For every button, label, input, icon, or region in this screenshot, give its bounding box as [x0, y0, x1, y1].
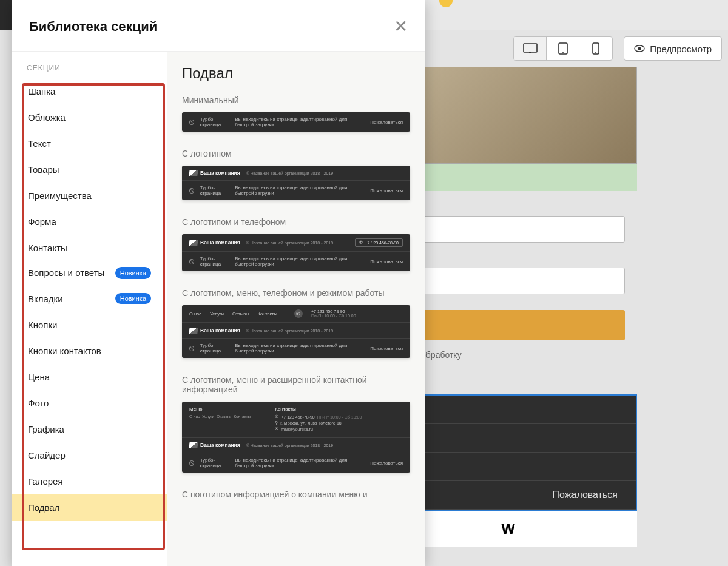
tablet-icon: [558, 42, 568, 55]
ban-icon: [189, 120, 194, 125]
ban-icon: [189, 259, 194, 264]
content-heading: Подвал: [182, 65, 410, 82]
sidebar-item-label: Шапка: [28, 86, 55, 96]
sidebar-item-label: Текст: [28, 138, 51, 149]
mobile-icon: [592, 42, 599, 55]
phone-icon: ✆: [275, 414, 278, 419]
variant-logo-phone[interactable]: Ваша компания © Название вашей организац…: [182, 234, 410, 271]
sidebar-item-15[interactable]: Галерея: [12, 468, 167, 494]
desktop-icon: [523, 43, 538, 54]
sidebar-item-label: Галерея: [28, 476, 63, 487]
variant-logo[interactable]: Ваша компания © Название вашей организац…: [182, 166, 410, 200]
sidebar-item-14[interactable]: Слайдер: [12, 442, 167, 468]
svg-point-3: [562, 52, 564, 53]
pin-icon: ⚲: [275, 420, 278, 425]
sidebar-item-label: Форма: [28, 217, 56, 227]
sidebar-item-label: Подвал: [28, 502, 59, 513]
sidebar-group-label: СЕКЦИИ: [12, 52, 167, 78]
footer-complain-link[interactable]: Пожаловаться: [553, 490, 618, 500]
logo-icon: [189, 328, 198, 334]
preview-label: Предпросмотр: [650, 44, 712, 54]
sidebar-item-label: Преимущества: [28, 190, 92, 201]
eye-icon: [634, 45, 645, 52]
variant-label-logo-phone: С логотипом и телефоном: [182, 217, 410, 227]
new-badge: Новинка: [115, 293, 151, 304]
sidebar-item-16[interactable]: Подвал: [12, 494, 167, 521]
modal-header: Библиотека секций ✕: [12, 0, 425, 52]
logo-icon: [189, 442, 198, 448]
sidebar-item-label: Контакты: [28, 243, 67, 253]
sidebar-item-4[interactable]: Преимущества: [12, 183, 167, 209]
sidebar-item-1[interactable]: Обложка: [12, 104, 167, 130]
variant-label-logo: С логотипом: [182, 149, 410, 158]
svg-point-5: [595, 52, 596, 53]
canvas-toolbar: Предпросмотр: [513, 36, 722, 61]
modal-content: Подвал Минимальный Турбо-страница Вы нах…: [167, 52, 425, 566]
sidebar-item-label: Слайдер: [28, 450, 66, 460]
modal-sidebar: СЕКЦИИ ШапкаОбложкаТекстТоварыПреимущест…: [12, 52, 167, 566]
device-desktop-button[interactable]: [514, 37, 547, 60]
logo-icon: [189, 170, 198, 176]
new-badge: Новинка: [115, 267, 151, 279]
variant-label-minimal: Минимальный: [182, 95, 410, 105]
variant-label-logo-menu-phone-hours: С логотипом, меню, телефоном и режимом р…: [182, 288, 410, 298]
sidebar-item-2[interactable]: Текст: [12, 130, 167, 157]
sections-library-modal: Библиотека секций ✕ СЕКЦИИ ШапкаОбложкаТ…: [12, 0, 425, 566]
svg-rect-1: [529, 52, 531, 53]
svg-point-7: [638, 47, 641, 50]
sidebar-item-label: Вопросы и ответы: [28, 267, 104, 279]
mail-icon: ✉: [275, 426, 278, 431]
phone-box: ✆ +7 123 456-78-90: [355, 238, 403, 247]
ban-icon: [189, 460, 194, 466]
device-switcher: [513, 36, 613, 61]
phone-icon: ✆: [359, 240, 363, 245]
sidebar-item-12[interactable]: Фото: [12, 390, 167, 416]
device-mobile-button[interactable]: [579, 37, 612, 60]
sidebar-item-13[interactable]: Графика: [12, 416, 167, 442]
sidebar-item-0[interactable]: Шапка: [12, 78, 167, 104]
variant-logo-menu-phone-hours[interactable]: О нас Услуги Отзывы Контакты ✆ +7 123 45…: [182, 305, 410, 358]
variant-minimal[interactable]: Турбо-страница Вы находитесь на странице…: [182, 112, 410, 132]
sidebar-item-10[interactable]: Кнопки контактов: [12, 338, 167, 364]
sidebar-item-label: Обложка: [28, 112, 66, 123]
preview-button[interactable]: Предпросмотр: [624, 36, 722, 61]
sidebar-item-11[interactable]: Цена: [12, 364, 167, 390]
sidebar-item-label: Кнопки: [28, 320, 57, 330]
sidebar-item-7[interactable]: Вопросы и ответыНовинка: [12, 261, 167, 285]
device-tablet-button[interactable]: [547, 37, 579, 60]
sidebar-item-3[interactable]: Товары: [12, 157, 167, 183]
svg-rect-0: [524, 44, 537, 52]
close-icon[interactable]: ✕: [394, 18, 408, 35]
sidebar-item-6[interactable]: Контакты: [12, 235, 167, 261]
sidebar-item-label: Вкладки: [28, 294, 63, 304]
variant-logo-menu-contacts[interactable]: Меню О нас Услуги Отзывы Контакты Контак…: [182, 402, 410, 473]
modal-title: Библиотека секций: [29, 19, 157, 35]
sidebar-item-label: Кнопки контактов: [28, 346, 101, 356]
sidebar-item-label: Графика: [28, 424, 64, 434]
variant-label-logo-menu-contacts: С логотипом, меню и расширенной контактн…: [182, 375, 410, 394]
variant-label-cutoff: С поготипом информацией о компании меню …: [182, 490, 410, 499]
sidebar-item-8[interactable]: ВкладкиНовинка: [12, 285, 167, 312]
sidebar-item-label: Цена: [28, 372, 50, 382]
ban-icon: [189, 346, 194, 351]
sidebar-item-label: Товары: [28, 164, 59, 175]
sidebar-item-9[interactable]: Кнопки: [12, 312, 167, 338]
sidebar-item-label: Фото: [28, 398, 49, 408]
phone-round-icon: ✆: [294, 309, 303, 318]
ban-icon: [189, 188, 194, 194]
logo-icon: [189, 240, 198, 246]
sidebar-item-5[interactable]: Форма: [12, 209, 167, 235]
